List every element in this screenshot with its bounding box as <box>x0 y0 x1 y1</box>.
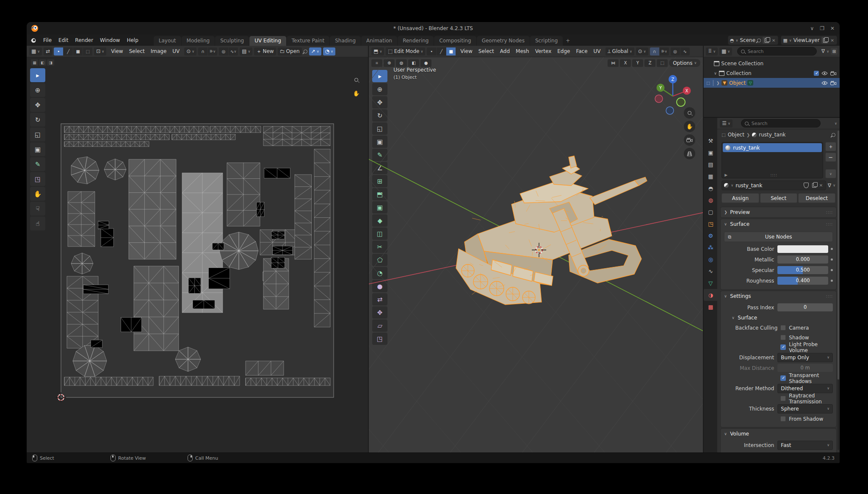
object-tab[interactable]: ◳ <box>704 218 717 230</box>
workspace-tab[interactable]: Rendering <box>398 36 434 46</box>
panel-grip[interactable]: :::: <box>826 294 833 298</box>
transform-orientation-button[interactable]: ⟂Global∨ <box>605 47 634 56</box>
filter-icon[interactable]: ∇ <box>821 48 825 54</box>
menu-item[interactable]: Select <box>475 48 497 54</box>
base-color-swatch[interactable] <box>777 245 828 253</box>
action-button[interactable]: Select <box>760 193 797 203</box>
pin-icon[interactable] <box>831 132 836 138</box>
transparent-shadows-checkbox[interactable] <box>780 375 786 381</box>
camera-visibility-icon[interactable] <box>830 71 836 75</box>
viewport-editor-type-button[interactable]: ⬒∨ <box>371 47 384 56</box>
keyframe-dot-icon[interactable] <box>831 280 833 282</box>
unlink-scene-icon[interactable]: ✕ <box>771 38 776 43</box>
image-browse-button[interactable]: ▤∨ <box>240 47 252 56</box>
use-nodes-button[interactable]: ⧉ Use Nodes <box>724 232 833 242</box>
render-method-dropdown[interactable]: Dithered∨ <box>777 384 833 393</box>
displacement-dropdown[interactable]: Bump Only∨ <box>777 353 833 362</box>
material-slot-list[interactable]: rusty_tank ▶ :::: <box>721 142 823 178</box>
expand-caret-icon[interactable]: ❯ <box>716 81 720 85</box>
maximize-icon[interactable]: ❐ <box>820 25 824 31</box>
menu-item[interactable]: UV <box>591 48 604 54</box>
scene-tab[interactable]: ◓ <box>704 182 717 194</box>
menu-item[interactable]: View <box>108 48 126 54</box>
properties-options-caret[interactable]: ∨ <box>835 122 837 125</box>
surface-subpanel-header[interactable]: ∨ Surface <box>724 313 833 323</box>
collection-tab[interactable]: ▢ <box>704 206 717 218</box>
action-button[interactable]: Deselect <box>798 193 835 203</box>
blender-menu-icon[interactable] <box>30 37 36 44</box>
face-select[interactable]: ■ <box>446 47 456 56</box>
new-scene-button[interactable] <box>763 37 769 44</box>
eye-icon[interactable] <box>821 81 828 85</box>
menu-item[interactable]: Image <box>148 48 170 54</box>
remove-viewlayer-icon[interactable]: ✕ <box>830 38 835 43</box>
shading-mode-icon[interactable]: ● <box>420 59 431 67</box>
menu-item[interactable]: UV <box>169 48 182 54</box>
particles-tab[interactable]: ⁂ <box>704 241 717 253</box>
workspace-tab[interactable]: Modeling <box>182 36 215 46</box>
texture-tab[interactable]: ▩ <box>704 301 717 313</box>
proportional-snap-icon[interactable]: ⬚ <box>657 59 668 67</box>
options-dropdown[interactable]: Options∨ <box>669 59 700 67</box>
material-datablock[interactable]: ∨ rusty_tank ✕ <box>721 180 826 190</box>
expand-caret-icon[interactable]: ∨ <box>714 71 717 75</box>
menu-item[interactable]: Face <box>573 48 590 54</box>
scene-selector[interactable]: ◓∨ Scene ✕ <box>728 36 778 45</box>
action-button[interactable]: Assign <box>721 193 759 203</box>
uv-face-select[interactable]: ■ <box>73 47 83 56</box>
outliner-row-object[interactable]: ⬚ │ ❯ ▼ Object ▽ <box>704 78 840 88</box>
pan-hand-icon[interactable]: ✋ <box>351 88 362 99</box>
physics-tab[interactable]: ◎ <box>704 253 717 265</box>
menu-item[interactable]: Render <box>72 35 97 46</box>
close-icon[interactable]: ✕ <box>830 25 835 31</box>
thickness-dropdown[interactable]: Sphere∨ <box>777 404 833 414</box>
uv-stretch-overlay-button[interactable]: ↗∨ <box>309 47 321 56</box>
preview-panel-header[interactable]: ❯ Preview :::: <box>721 207 836 217</box>
properties-scrollbar[interactable] <box>838 130 839 450</box>
material-slot-selected[interactable]: rusty_tank <box>723 143 822 152</box>
new-viewlayer-button[interactable] <box>821 37 828 44</box>
falloff-button[interactable]: ∿ <box>680 47 690 56</box>
menu-item[interactable]: View <box>457 48 475 54</box>
workspace-tab[interactable]: Layout <box>154 36 181 46</box>
tool-tab[interactable]: ⚒ <box>704 135 717 147</box>
eye-icon[interactable] <box>821 71 828 75</box>
axis-toggle-y[interactable]: Y <box>632 59 643 67</box>
render-tab[interactable]: ▣ <box>704 147 717 158</box>
remove-slot-button[interactable]: − <box>825 153 836 162</box>
workspace-tab[interactable]: Sculpting <box>215 36 249 46</box>
mode-selector[interactable]: ⬚Edit Mode∨ <box>386 47 425 56</box>
viewlayer-selector[interactable]: ▦∨ ViewLayer ✕ <box>781 36 837 45</box>
keyframe-dot-icon[interactable] <box>831 248 833 250</box>
filter-icon[interactable]: ∇ <box>828 183 831 189</box>
outliner-viewlayer-button[interactable]: ▦∨ <box>719 47 732 56</box>
max-distance-field[interactable]: 0 m <box>777 364 833 372</box>
world-tab[interactable]: ◍ <box>704 194 717 206</box>
snap-settings-button[interactable]: ⊪∨ <box>208 47 217 56</box>
specular-slider[interactable]: 0.500 <box>777 266 828 274</box>
workspace-tab[interactable]: Shading <box>330 36 361 46</box>
uv-canvas[interactable]: ▦ ◧ ◨ ▸⊕✥↻◱▣✎◳✋☟☝ ✋ <box>27 57 368 452</box>
modifiers-tab[interactable]: ⚙ <box>704 230 717 241</box>
outliner-display-mode-button[interactable]: ⠿∨ <box>706 47 718 56</box>
axis-toggle-x[interactable]: X <box>620 59 631 67</box>
workspace-tab[interactable]: Animation <box>361 36 397 46</box>
metallic-slider[interactable]: 0.000 <box>777 255 828 264</box>
volume-panel-header[interactable]: ∨ Volume <box>721 429 836 439</box>
new-collection-button[interactable]: ⊞ <box>831 48 838 55</box>
uv-sync-selection-toggle[interactable]: ⇄ <box>44 47 52 56</box>
uv-display-button[interactable]: ◔∨ <box>323 47 335 56</box>
open-image-button[interactable]: 🗀Open <box>278 47 302 56</box>
add-workspace-button[interactable]: + <box>563 36 572 46</box>
show-overlays-icon[interactable]: ◍ <box>396 59 407 67</box>
slot-specials-button[interactable]: ∨ <box>825 169 836 178</box>
properties-search-input[interactable] <box>751 120 817 127</box>
fake-user-shield-icon[interactable] <box>804 183 809 188</box>
from-shadow-checkbox[interactable] <box>780 416 786 422</box>
menu-item[interactable]: File <box>40 35 55 46</box>
menu-item[interactable]: Edit <box>55 35 72 46</box>
menu-item[interactable]: Add <box>497 48 513 54</box>
workspace-tab[interactable]: Texture Paint <box>287 36 329 46</box>
proportional-edit-toggle[interactable]: ◎ <box>671 47 680 56</box>
menu-item[interactable]: Help <box>123 35 141 46</box>
